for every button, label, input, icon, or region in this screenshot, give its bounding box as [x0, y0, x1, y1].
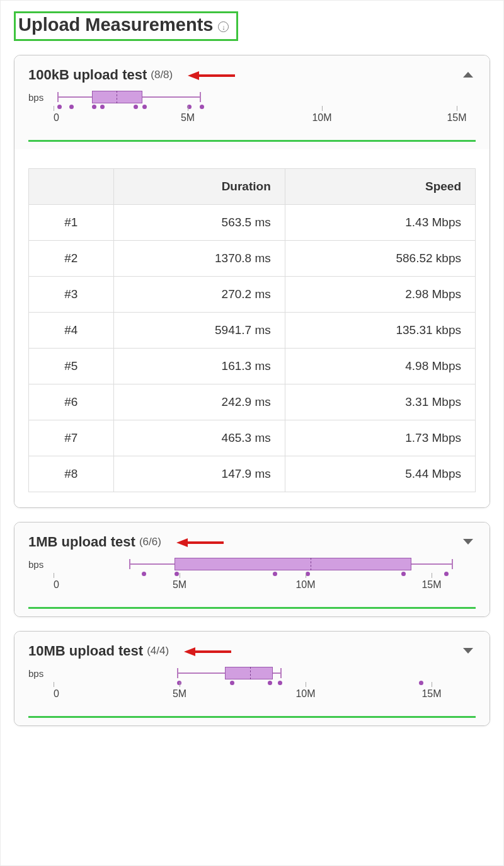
cell-index: #3: [29, 277, 114, 313]
annotation-arrow-icon: [184, 647, 228, 655]
cell-speed: 135.31 kbps: [285, 313, 475, 349]
cell-duration: 465.3 ms: [113, 420, 285, 456]
chevron-down-icon[interactable]: [463, 539, 473, 545]
svg-marker-1: [188, 71, 199, 80]
card-count: (4/4): [147, 645, 169, 657]
test-card-10mb: 10MB upload test (4/4) bps: [14, 631, 490, 726]
boxplot-axis: 0 5M 10M 15M: [54, 579, 457, 598]
cell-index: #6: [29, 384, 114, 420]
svg-marker-5: [184, 647, 195, 656]
page-frame: Upload Measurements ↓ 100kB upload test …: [0, 0, 504, 866]
table-row: #3 270.2 ms 2.98 Mbps: [29, 277, 476, 313]
chevron-down-icon[interactable]: [463, 648, 473, 654]
axis-tick: 0: [54, 112, 59, 124]
table-row: #1 563.5 ms 1.43 Mbps: [29, 205, 476, 241]
boxplot-1mb: bps: [28, 555, 476, 598]
boxplot-area: [54, 664, 457, 687]
axis-tick: 15M: [421, 688, 441, 700]
boxplot-axis-label: bps: [28, 92, 43, 103]
cell-index: #2: [29, 241, 114, 277]
cell-speed: 3.31 Mbps: [285, 384, 475, 420]
cell-index: #8: [29, 456, 114, 492]
card-title-row: 1MB upload test (6/6): [28, 534, 476, 550]
axis-tick: 10M: [295, 579, 315, 591]
page-title: Upload Measurements: [18, 14, 213, 35]
info-icon[interactable]: ↓: [218, 21, 229, 32]
cell-speed: 4.98 Mbps: [285, 349, 475, 384]
card-header[interactable]: 1MB upload test (6/6) bps: [14, 522, 490, 616]
divider-accent: [28, 140, 476, 142]
axis-tick: 10M: [295, 688, 315, 700]
cell-index: #4: [29, 313, 114, 349]
boxplot-area: [54, 555, 457, 578]
table-row: #5 161.3 ms 4.98 Mbps: [29, 349, 476, 384]
svg-marker-3: [176, 538, 188, 547]
cell-duration: 1370.8 ms: [113, 241, 285, 277]
cell-speed: 5.44 Mbps: [285, 456, 475, 492]
boxplot-axis: 0 5M 10M 15M: [54, 112, 457, 131]
cell-speed: 2.98 Mbps: [285, 277, 475, 313]
card-count: (8/8): [151, 69, 173, 81]
cell-index: #5: [29, 349, 114, 384]
measurements-table: Duration Speed #1 563.5 ms 1.43 Mbps #2 …: [28, 168, 476, 492]
divider-accent: [28, 607, 476, 609]
card-title: 1MB upload test: [28, 534, 135, 550]
table-header-row: Duration Speed: [29, 169, 476, 205]
cell-speed: 1.73 Mbps: [285, 420, 475, 456]
col-header-index: [29, 169, 114, 205]
cell-duration: 270.2 ms: [113, 277, 285, 313]
cell-duration: 161.3 ms: [113, 349, 285, 384]
axis-tick: 10M: [312, 112, 331, 124]
boxplot-10mb: bps: [28, 664, 476, 707]
boxplot-100kb: bps: [28, 88, 476, 131]
cell-speed: 586.52 kbps: [285, 241, 475, 277]
boxplot-axis-label: bps: [28, 559, 43, 570]
table-row: #8 147.9 ms 5.44 Mbps: [29, 456, 476, 492]
col-header-duration: Duration: [113, 169, 285, 205]
annotation-arrow-icon: [176, 538, 220, 546]
cell-duration: 147.9 ms: [113, 456, 285, 492]
card-title: 100kB upload test: [28, 67, 147, 83]
axis-tick: 5M: [173, 579, 186, 591]
cell-duration: 242.9 ms: [113, 384, 285, 420]
page-title-highlight: Upload Measurements ↓: [14, 11, 238, 41]
cell-duration: 563.5 ms: [113, 205, 285, 241]
col-header-speed: Speed: [285, 169, 475, 205]
axis-tick: 15M: [447, 112, 466, 124]
axis-tick: 0: [54, 688, 59, 700]
cell-speed: 1.43 Mbps: [285, 205, 475, 241]
cell-index: #7: [29, 420, 114, 456]
axis-tick: 15M: [421, 579, 441, 591]
axis-tick: 5M: [173, 688, 186, 700]
card-body: Duration Speed #1 563.5 ms 1.43 Mbps #2 …: [14, 149, 490, 507]
axis-tick: 5M: [181, 112, 195, 124]
divider-accent: [28, 716, 476, 718]
card-header[interactable]: 10MB upload test (4/4) bps: [14, 632, 490, 725]
card-title: 10MB upload test: [28, 643, 143, 659]
boxplot-area: [54, 88, 457, 111]
test-card-100kb: 100kB upload test (8/8) bps: [14, 55, 490, 508]
table-row: #7 465.3 ms 1.73 Mbps: [29, 420, 476, 456]
cell-index: #1: [29, 205, 114, 241]
table-row: #6 242.9 ms 3.31 Mbps: [29, 384, 476, 420]
chevron-up-icon[interactable]: [463, 72, 473, 78]
boxplot-axis: 0 5M 10M 15M: [54, 688, 457, 707]
card-title-row: 100kB upload test (8/8): [28, 67, 476, 83]
test-card-1mb: 1MB upload test (6/6) bps: [14, 522, 490, 617]
card-count: (6/6): [139, 536, 161, 548]
cell-duration: 5941.7 ms: [113, 313, 285, 349]
table-row: #4 5941.7 ms 135.31 kbps: [29, 313, 476, 349]
card-title-row: 10MB upload test (4/4): [28, 643, 476, 659]
table-row: #2 1370.8 ms 586.52 kbps: [29, 241, 476, 277]
boxplot-axis-label: bps: [28, 668, 43, 679]
card-header[interactable]: 100kB upload test (8/8) bps: [14, 55, 490, 149]
axis-tick: 0: [54, 579, 59, 591]
annotation-arrow-icon: [188, 71, 232, 79]
